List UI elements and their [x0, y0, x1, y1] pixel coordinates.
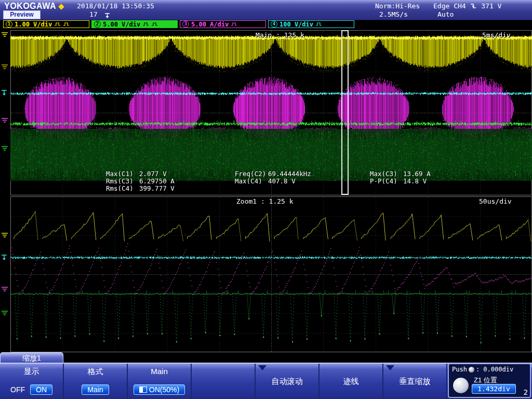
measurement-max-c3: Max(C3)13.69 A — [370, 170, 431, 178]
acquisition-count: 17 — [89, 10, 98, 18]
trigger-settings: Edge CH4 371 V — [433, 2, 501, 10]
menu-main[interactable]: Main ON(50%) — [128, 364, 192, 399]
auto-scroll-label: 自动滚动 — [256, 364, 318, 399]
falling-edge-icon — [470, 2, 477, 10]
knob-push-label: Push — [452, 366, 467, 373]
channel-3-settings[interactable]: 3 5.00 A/div — [180, 20, 266, 28]
channel-3-scale: 5.00 A/div — [191, 21, 229, 28]
channel-2-bandwidth-icon — [151, 21, 158, 28]
zoom-ch1-ground-marker[interactable] — [1, 233, 9, 238]
datetime: 2018/01/18 13:50:35 — [77, 2, 154, 10]
menu-format[interactable]: 格式 Main — [64, 364, 128, 399]
channel-1-scale: 1.00 V/div — [15, 21, 52, 28]
ch2-ground-marker[interactable] — [1, 146, 9, 151]
measurement-freq-c2: Freq(C2)69.44444kHz — [235, 170, 311, 178]
menu-trace[interactable]: 迹线 — [320, 364, 383, 399]
channel-4-settings[interactable]: 4 100 V/div — [268, 20, 354, 28]
zoom-ch3-ground-marker[interactable] — [1, 287, 9, 292]
measurement-column-3: Max(C3)13.69 A P-P(C4)14.8 V — [370, 170, 431, 185]
zoom-timebase: 50us/div — [479, 197, 512, 205]
main-timebase: 5ms/div — [482, 31, 511, 39]
menu-empty — [192, 364, 256, 399]
menu-display-title: 显示 — [0, 367, 63, 377]
split-window-icon — [139, 387, 147, 393]
channel-1-number: 1 — [6, 21, 12, 28]
knob-push-value: : 0.000div — [476, 366, 513, 373]
format-main-option[interactable]: Main — [82, 384, 109, 395]
measurement-column-1: Max(C1)2.077 V Rms(C3)6.29750 A Rms(C4)3… — [106, 170, 175, 192]
preview-button[interactable]: Preview — [3, 10, 41, 19]
knob-control-box: Push : 0.000div Z1 位置 1.432div 2 — [448, 363, 531, 398]
trigger-level: 371 V — [481, 2, 501, 10]
trigger-mode: Auto — [437, 10, 454, 18]
trace-label: 迹线 — [320, 364, 382, 399]
channel-4-number: 4 — [271, 21, 277, 28]
measurement-rms-c4: Rms(C4)399.777 V — [106, 185, 175, 192]
zoom-record-length: Zoom1 : 1.25 k — [236, 197, 294, 205]
measurement-column-2: Freq(C2)69.44444kHz Max(C4)407.8 V — [235, 170, 311, 185]
main-record-length: Main : 125 k — [256, 31, 304, 39]
zoom-ch2-ground-marker[interactable] — [1, 311, 9, 316]
main-trigger-level-marker[interactable] — [1, 90, 9, 97]
channel-2-settings[interactable]: 2 5.00 V/div — [91, 20, 178, 28]
trigger-source: Edge CH4 — [433, 2, 466, 10]
display-off-option[interactable]: OFF — [10, 385, 25, 394]
ch3-ground-marker[interactable] — [1, 118, 9, 123]
menu-page-number: 2 — [524, 388, 528, 396]
measurement-max-c1: Max(C1)2.077 V — [106, 170, 175, 178]
zoom-position-cursor[interactable] — [341, 30, 349, 195]
channel-3-number: 3 — [182, 21, 189, 28]
channel-2-coupling-icon — [142, 21, 149, 28]
tab-zoom1[interactable]: 缩放1 — [0, 352, 63, 363]
channel-1-coupling-icon — [54, 21, 61, 28]
channel-4-scale: 100 V/div — [280, 21, 313, 28]
zoom-trigger-level-marker[interactable] — [1, 255, 9, 261]
brand-text: YOKOGAWA — [4, 2, 56, 10]
z1-position-value[interactable]: 1.432div — [472, 384, 516, 394]
menu-display[interactable]: 显示 OFF ON — [0, 364, 64, 399]
menu-vertical-zoom[interactable]: 垂直缩放 — [383, 364, 447, 399]
menu-format-title: 格式 — [64, 367, 127, 377]
trigger-position-icon — [104, 11, 111, 20]
measurement-pp-c4: P-P(C4)14.8 V — [370, 178, 431, 185]
channel-3-coupling-icon — [231, 21, 237, 28]
brand-logo: YOKOGAWA◆ — [4, 2, 64, 11]
display-on-option[interactable]: ON — [30, 384, 52, 395]
channel-1-settings[interactable]: 1 1.00 V/div — [3, 20, 89, 28]
ch1-level-marker[interactable] — [1, 64, 9, 70]
brand-diamond-icon: ◆ — [58, 2, 64, 10]
knob-small-icon — [469, 367, 474, 373]
channel-2-scale: 5.00 V/div — [103, 21, 140, 28]
vertical-zoom-label: 垂直缩放 — [383, 364, 446, 399]
measurement-max-c4: Max(C4)407.8 V — [235, 178, 311, 185]
zoom-waveform-canvas — [10, 196, 532, 352]
header-bar: YOKOGAWA◆ 2018/01/18 13:50:35 17 Norm:Hi… — [0, 0, 532, 20]
ch1-ground-marker[interactable] — [1, 32, 9, 37]
jog-knob-icon[interactable] — [453, 378, 469, 393]
knob-push-info: Push : 0.000div — [452, 366, 513, 373]
channel-2-number: 2 — [94, 21, 101, 28]
channel-4-coupling-icon — [315, 21, 322, 28]
menu-main-title: Main — [128, 367, 191, 376]
menu-auto-scroll[interactable]: 自动滚动 — [256, 364, 320, 399]
measurement-rms-c3: Rms(C3)6.29750 A — [106, 178, 175, 185]
channel-bar: 1 1.00 V/div 2 5.00 V/div 3 5.00 A/div 4… — [0, 20, 532, 29]
acquisition-mode: Norm:Hi-Res — [375, 2, 420, 10]
oscilloscope-screen: YOKOGAWA◆ 2018/01/18 13:50:35 17 Norm:Hi… — [0, 0, 532, 399]
main-on50-option[interactable]: ON(50%) — [134, 384, 185, 395]
sample-rate: 2.5MS/s — [379, 10, 408, 18]
channel-1-bandwidth-icon — [63, 21, 70, 28]
